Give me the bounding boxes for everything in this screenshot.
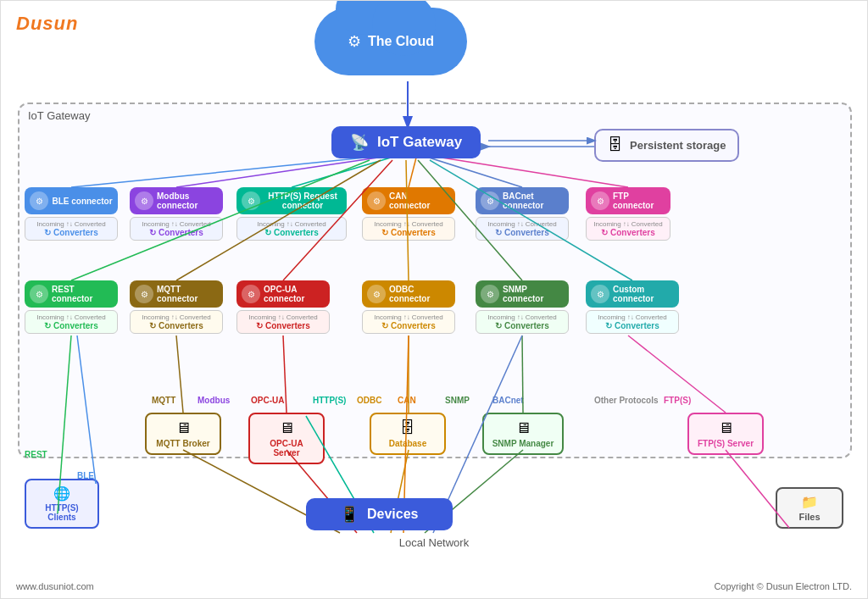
snmp-proto-label: SNMP (445, 396, 470, 405)
ble-incoming: Incoming (36, 220, 64, 228)
ble-label: BLE connector (52, 197, 112, 206)
modbus-connector: ⚙ Modbus connector Incoming↑↓Converted ↻… (130, 187, 223, 241)
iot-gateway-label: IoT Gateway (377, 134, 462, 151)
http-clients-box: 🌐 HTTP(S) Clients (25, 479, 99, 529)
ftps-server-box: 🖥 FTP(S) Server (687, 413, 764, 455)
ftp-converters: ↻ Converters (590, 228, 666, 237)
mqtt-proto-label: MQTT (152, 396, 175, 405)
mqtt-broker-box: 🖥 MQTT Broker (145, 413, 221, 455)
custom-connector: ⚙ Custom connector Incoming↑↓Converted ↻… (586, 280, 679, 334)
opcua-connector: ⚙ OPC-UA connector Incoming↑↓Converted ↻… (236, 280, 330, 334)
ftp-server-label: FTP(S) Server (698, 439, 754, 448)
modbus-label: Modbus connector (157, 191, 218, 210)
iot-gateway-box: 📡 IoT Gateway (331, 126, 481, 158)
rest-label: REST connector (52, 285, 113, 303)
local-network-label: Local Network (1, 536, 867, 549)
https-proto-label: HTTP(S) (313, 396, 346, 405)
ftp-connector: ⚙ FTP connector Incoming↑↓Converted ↻ Co… (586, 187, 670, 241)
persistent-icon: 🗄 (608, 136, 623, 154)
cloud-container: ⚙ The Cloud (314, 8, 467, 75)
iot-outer-label: IoT Gateway (28, 109, 90, 122)
cloud-label: The Cloud (368, 34, 434, 49)
opcua-server-label: OPC-UA Server (259, 439, 314, 458)
custom-label: Custom connector (613, 285, 674, 303)
persistent-storage-box: 🗄 Persistent storage (594, 129, 739, 162)
snmp-connector: ⚙ SNMP connector Incoming↑↓Converted ↻ C… (476, 280, 569, 334)
ble-connector: ⚙ BLE connector Incoming ↑↓ Converted ↻ … (25, 187, 118, 241)
odbc-proto-label: ODBC (357, 396, 381, 405)
can-connector: ⚙ CAN connector Incoming↑↓Converted ↻ Co… (362, 187, 455, 241)
devices-label: Devices (367, 507, 419, 522)
opcua-label: OPC-UA connector (264, 285, 325, 303)
snmp-converters: ↻ Converters (480, 321, 565, 330)
cloud-shape: ⚙ The Cloud (314, 8, 467, 75)
can-label: CAN connector (389, 191, 450, 210)
bacnet-proto-label: BACnet (492, 396, 524, 405)
logo: Dusun (16, 13, 78, 35)
modbus-converters: ↻ Converters (134, 228, 219, 237)
mqtt-broker-label: MQTT Broker (156, 439, 209, 448)
custom-incoming: Incoming (598, 313, 625, 321)
files-box: 📁 Files (776, 487, 843, 529)
can-converters: ↻ Converters (366, 228, 451, 237)
odbc-connector: ⚙ ODBC connector Incoming↑↓Converted ↻ C… (362, 280, 455, 334)
devices-box: 📱 Devices (306, 498, 453, 530)
bacnet-connector: ⚙ BACnet connector Incoming↑↓Converted ↻… (476, 187, 569, 241)
modbus-proto-label: Modbus (198, 396, 230, 405)
snmp-manager-box: 🖥 SNMP Manager (482, 413, 564, 455)
opcua-converters: ↻ Converters (241, 321, 326, 330)
mqtt-converters: ↻ Converters (134, 321, 219, 330)
rest-proto-label: REST (25, 450, 47, 459)
http-req-connector: ⚙ HTTP(S) Request connector Incoming↑↓Co… (236, 187, 347, 241)
footer-left: www.dusuniot.com (16, 581, 94, 591)
page: Dusun www.dusuniot.com Copyright © Dusun… (0, 0, 868, 599)
ble-converted: Converted (75, 220, 106, 228)
ftps-proto-label: FTP(S) (664, 396, 691, 405)
files-label: Files (798, 512, 820, 522)
rest-connector: ⚙ REST connector Incoming↑↓Converted ↻ C… (25, 280, 118, 334)
footer-right: Copyright © Dusun Electron LTD. (714, 581, 852, 591)
bacnet-converters: ↻ Converters (480, 228, 565, 237)
iot-gateway-icon: 📡 (350, 133, 369, 152)
can-proto-label: CAN (398, 396, 416, 405)
bacnet-label: BACnet connector (503, 191, 564, 210)
ble-converters: ↻ Converters (29, 228, 114, 237)
opcua-proto-label: OPC-UA (251, 396, 284, 405)
snmp-label: SNMP connector (503, 285, 564, 303)
database-box: 🗄 Database (370, 413, 446, 455)
http-req-converters: ↻ Converters (241, 228, 342, 237)
http-req-label: HTTP(S) Request connector (264, 191, 342, 210)
other-proto-label: Other Protocols (594, 396, 659, 405)
http-clients-label: HTTP(S) Clients (35, 503, 89, 522)
opcua-server-box: 🖥 OPC-UA Server (248, 413, 325, 464)
persistent-label: Persistent storage (630, 139, 726, 152)
snmp-manager-label: SNMP Manager (492, 439, 554, 448)
mqtt-connector: ⚙ MQTT connector Incoming↑↓Converted ↻ C… (130, 280, 223, 334)
ftp-label: FTP connector (613, 191, 665, 210)
cloud-icon: ⚙ (348, 32, 361, 51)
odbc-label: ODBC connector (389, 285, 450, 303)
rest-converters: ↻ Converters (29, 321, 114, 330)
odbc-converters: ↻ Converters (366, 321, 451, 330)
mqtt-label: MQTT connector (157, 285, 218, 303)
custom-converters: ↻ Converters (590, 321, 675, 330)
database-label: Database (389, 439, 426, 448)
